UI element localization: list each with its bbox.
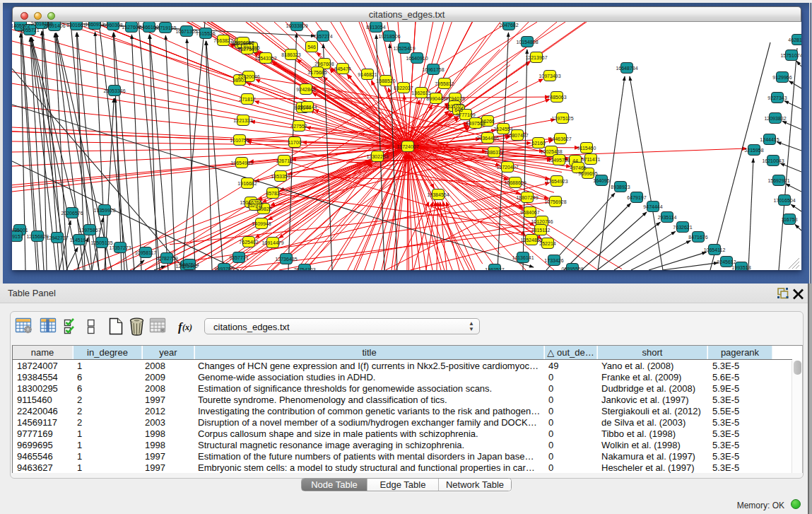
svg-text:9960308: 9960308 <box>103 23 122 28</box>
svg-text:12093832: 12093832 <box>764 116 786 121</box>
svg-text:16640910: 16640910 <box>406 56 428 61</box>
svg-text:13525419: 13525419 <box>393 46 415 51</box>
svg-text:7632621: 7632621 <box>673 225 692 230</box>
svg-text:1815112: 1815112 <box>531 228 551 233</box>
svg-text:19654983: 19654983 <box>230 160 252 165</box>
svg-text:12505135: 12505135 <box>90 240 112 245</box>
svg-text:79754323: 79754323 <box>293 267 315 271</box>
svg-text:271817: 271817 <box>239 97 255 102</box>
svg-text:62160: 62160 <box>531 141 546 146</box>
svg-text:10958117: 10958117 <box>135 250 157 255</box>
svg-text:20206576: 20206576 <box>61 211 83 216</box>
svg-text:17654923: 17654923 <box>546 179 567 184</box>
svg-text:13736485: 13736485 <box>275 257 297 262</box>
svg-text:01895559: 01895559 <box>561 267 583 271</box>
svg-text:252214: 252214 <box>539 241 555 246</box>
svg-text:752917: 752917 <box>247 203 263 208</box>
svg-text:20364436: 20364436 <box>476 136 498 141</box>
svg-text:4628194: 4628194 <box>788 37 801 42</box>
svg-text:14463627: 14463627 <box>549 136 571 141</box>
svg-text:1010755: 1010755 <box>230 138 249 143</box>
svg-text:3624554: 3624554 <box>493 127 512 132</box>
svg-text:2935114: 2935114 <box>658 215 677 220</box>
svg-text:13226058: 13226058 <box>232 40 254 45</box>
svg-text:9474444: 9474444 <box>643 204 662 209</box>
svg-text:15692971: 15692971 <box>767 178 789 183</box>
svg-text:2055721: 2055721 <box>20 28 39 33</box>
svg-text:326711: 326711 <box>276 158 293 163</box>
svg-text:9242848: 9242848 <box>296 87 315 92</box>
svg-text:9327509: 9327509 <box>237 47 257 52</box>
svg-text:3175685: 3175685 <box>307 70 326 75</box>
svg-text:7663822: 7663822 <box>213 38 233 43</box>
svg-text:16033809: 16033809 <box>286 23 307 28</box>
svg-text:10654112: 10654112 <box>704 247 726 252</box>
svg-text:5215958: 5215958 <box>744 148 763 153</box>
svg-text:12213967: 12213967 <box>525 55 547 60</box>
svg-text:7625402: 7625402 <box>239 240 258 245</box>
svg-text:1588520: 1588520 <box>376 78 395 83</box>
svg-text:1862527: 1862527 <box>485 267 504 271</box>
svg-text:164095: 164095 <box>593 178 609 183</box>
svg-text:9487574: 9487574 <box>180 262 199 267</box>
svg-text:13495758: 13495758 <box>548 158 570 163</box>
svg-text:16782759: 16782759 <box>155 256 177 261</box>
svg-text:1733426: 1733426 <box>544 258 563 263</box>
svg-text:16914479: 16914479 <box>261 240 283 245</box>
svg-text:6497568: 6497568 <box>466 121 485 126</box>
svg-text:13302293: 13302293 <box>366 154 388 159</box>
svg-text:17359928: 17359928 <box>93 208 115 213</box>
svg-text:6479197: 6479197 <box>627 195 646 200</box>
svg-text:546: 546 <box>307 45 316 49</box>
svg-text:9227343: 9227343 <box>767 95 787 100</box>
svg-text:20691406: 20691406 <box>43 23 65 28</box>
svg-text:16210043: 16210043 <box>762 158 784 163</box>
svg-text:10719155: 10719155 <box>154 25 176 30</box>
svg-text:427552: 427552 <box>290 124 307 129</box>
svg-text:497465: 497465 <box>570 165 586 170</box>
svg-text:9699695: 9699695 <box>578 171 597 176</box>
svg-text:11700: 11700 <box>288 140 302 145</box>
svg-text:1353359: 1353359 <box>271 174 290 179</box>
svg-text:845474: 845474 <box>334 66 351 71</box>
svg-text:10807487: 10807487 <box>506 133 528 138</box>
svg-text:8813054: 8813054 <box>366 25 385 30</box>
svg-text:10973493: 10973493 <box>539 74 560 78</box>
svg-text:13975867: 13975867 <box>78 228 100 233</box>
svg-text:9684067: 9684067 <box>520 210 539 215</box>
svg-text:98901: 98901 <box>233 78 247 83</box>
svg-text:15720407: 15720407 <box>496 165 518 170</box>
svg-text:9857771: 9857771 <box>229 255 248 260</box>
svg-text:9777169: 9777169 <box>456 112 475 117</box>
svg-text:19384554: 19384554 <box>427 192 449 197</box>
svg-text:2967608: 2967608 <box>314 62 334 66</box>
svg-text:8186323: 8186323 <box>281 52 300 57</box>
svg-text:8301661: 8301661 <box>66 23 86 28</box>
svg-text:1860913: 1860913 <box>85 22 104 27</box>
svg-text:645: 645 <box>454 107 463 112</box>
svg-text:12942737: 12942737 <box>46 235 68 240</box>
svg-text:8471676: 8471676 <box>688 235 707 240</box>
svg-text:9711471: 9711471 <box>582 157 601 162</box>
svg-text:10120746: 10120746 <box>531 219 553 224</box>
svg-text:17357273: 17357273 <box>109 245 131 250</box>
svg-text:8938923: 8938923 <box>611 185 630 189</box>
svg-text:19218506: 19218506 <box>378 34 400 39</box>
svg-text:9794078: 9794078 <box>445 96 464 101</box>
svg-text:1244415: 1244415 <box>760 137 779 142</box>
svg-text:1362615: 1362615 <box>411 90 430 95</box>
svg-text:7386372: 7386372 <box>484 150 503 155</box>
svg-text:16961758: 16961758 <box>422 67 444 72</box>
svg-text:2803144: 2803144 <box>298 105 317 110</box>
svg-text:9093786: 9093786 <box>214 267 233 271</box>
svg-text:435001: 435001 <box>12 228 28 233</box>
svg-text:(x): (x) <box>182 322 192 332</box>
svg-text:16543362: 16543362 <box>254 56 276 61</box>
svg-text:1527602: 1527602 <box>122 25 141 30</box>
svg-text:1993518: 1993518 <box>731 265 751 270</box>
svg-text:2047682: 2047682 <box>499 23 518 28</box>
svg-text:7357274: 7357274 <box>313 34 332 39</box>
svg-text:14136141: 14136141 <box>512 255 534 260</box>
svg-text:18724007: 18724007 <box>396 144 418 149</box>
svg-text:10688609: 10688609 <box>504 180 526 185</box>
